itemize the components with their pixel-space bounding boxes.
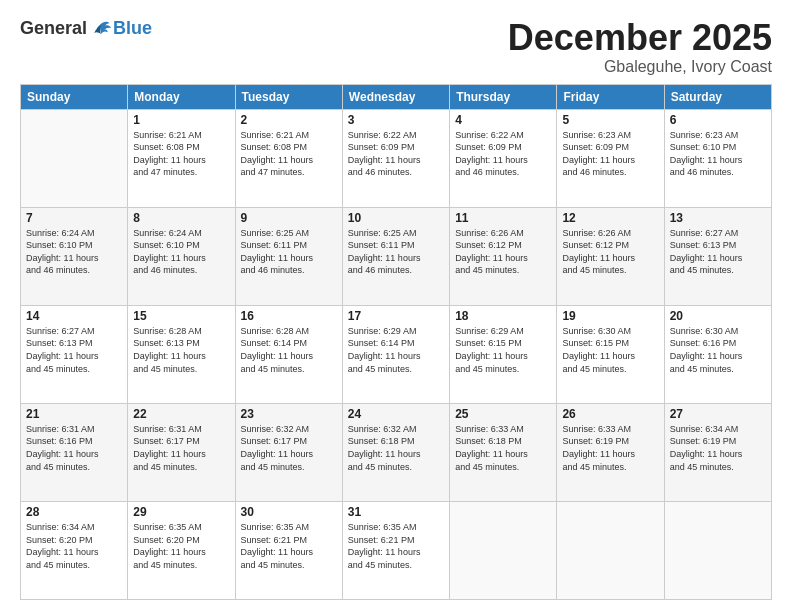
day-number: 22 (133, 407, 229, 421)
table-row: 18Sunrise: 6:29 AM Sunset: 6:15 PM Dayli… (450, 305, 557, 403)
day-number: 2 (241, 113, 337, 127)
day-number: 20 (670, 309, 766, 323)
table-row: 29Sunrise: 6:35 AM Sunset: 6:20 PM Dayli… (128, 501, 235, 599)
logo-general: General (20, 18, 87, 39)
table-row (450, 501, 557, 599)
calendar-week-row: 1Sunrise: 6:21 AM Sunset: 6:08 PM Daylig… (21, 109, 772, 207)
table-row: 10Sunrise: 6:25 AM Sunset: 6:11 PM Dayli… (342, 207, 449, 305)
page: General Blue December 2025 Gbaleguhe, Iv… (0, 0, 792, 612)
weekday-header-row: Sunday Monday Tuesday Wednesday Thursday… (21, 84, 772, 109)
day-number: 8 (133, 211, 229, 225)
day-number: 16 (241, 309, 337, 323)
day-number: 10 (348, 211, 444, 225)
table-row: 26Sunrise: 6:33 AM Sunset: 6:19 PM Dayli… (557, 403, 664, 501)
table-row: 17Sunrise: 6:29 AM Sunset: 6:14 PM Dayli… (342, 305, 449, 403)
day-info: Sunrise: 6:26 AM Sunset: 6:12 PM Dayligh… (562, 227, 658, 277)
table-row (557, 501, 664, 599)
day-number: 12 (562, 211, 658, 225)
col-tuesday: Tuesday (235, 84, 342, 109)
table-row: 8Sunrise: 6:24 AM Sunset: 6:10 PM Daylig… (128, 207, 235, 305)
day-info: Sunrise: 6:30 AM Sunset: 6:16 PM Dayligh… (670, 325, 766, 375)
table-row: 16Sunrise: 6:28 AM Sunset: 6:14 PM Dayli… (235, 305, 342, 403)
col-saturday: Saturday (664, 84, 771, 109)
day-info: Sunrise: 6:25 AM Sunset: 6:11 PM Dayligh… (241, 227, 337, 277)
day-info: Sunrise: 6:22 AM Sunset: 6:09 PM Dayligh… (455, 129, 551, 179)
day-number: 25 (455, 407, 551, 421)
day-number: 4 (455, 113, 551, 127)
col-monday: Monday (128, 84, 235, 109)
day-info: Sunrise: 6:33 AM Sunset: 6:19 PM Dayligh… (562, 423, 658, 473)
day-info: Sunrise: 6:28 AM Sunset: 6:14 PM Dayligh… (241, 325, 337, 375)
table-row: 6Sunrise: 6:23 AM Sunset: 6:10 PM Daylig… (664, 109, 771, 207)
table-row: 2Sunrise: 6:21 AM Sunset: 6:08 PM Daylig… (235, 109, 342, 207)
day-number: 5 (562, 113, 658, 127)
calendar-week-row: 14Sunrise: 6:27 AM Sunset: 6:13 PM Dayli… (21, 305, 772, 403)
day-info: Sunrise: 6:24 AM Sunset: 6:10 PM Dayligh… (133, 227, 229, 277)
day-number: 17 (348, 309, 444, 323)
day-info: Sunrise: 6:35 AM Sunset: 6:20 PM Dayligh… (133, 521, 229, 571)
month-title: December 2025 (508, 18, 772, 58)
table-row: 31Sunrise: 6:35 AM Sunset: 6:21 PM Dayli… (342, 501, 449, 599)
day-number: 26 (562, 407, 658, 421)
day-number: 19 (562, 309, 658, 323)
day-number: 28 (26, 505, 122, 519)
day-info: Sunrise: 6:32 AM Sunset: 6:18 PM Dayligh… (348, 423, 444, 473)
day-info: Sunrise: 6:22 AM Sunset: 6:09 PM Dayligh… (348, 129, 444, 179)
calendar-week-row: 28Sunrise: 6:34 AM Sunset: 6:20 PM Dayli… (21, 501, 772, 599)
day-info: Sunrise: 6:26 AM Sunset: 6:12 PM Dayligh… (455, 227, 551, 277)
day-number: 9 (241, 211, 337, 225)
day-info: Sunrise: 6:25 AM Sunset: 6:11 PM Dayligh… (348, 227, 444, 277)
day-number: 18 (455, 309, 551, 323)
table-row: 14Sunrise: 6:27 AM Sunset: 6:13 PM Dayli… (21, 305, 128, 403)
day-number: 27 (670, 407, 766, 421)
table-row: 30Sunrise: 6:35 AM Sunset: 6:21 PM Dayli… (235, 501, 342, 599)
day-number: 6 (670, 113, 766, 127)
day-info: Sunrise: 6:27 AM Sunset: 6:13 PM Dayligh… (26, 325, 122, 375)
table-row: 20Sunrise: 6:30 AM Sunset: 6:16 PM Dayli… (664, 305, 771, 403)
day-info: Sunrise: 6:29 AM Sunset: 6:15 PM Dayligh… (455, 325, 551, 375)
calendar: Sunday Monday Tuesday Wednesday Thursday… (20, 84, 772, 600)
col-friday: Friday (557, 84, 664, 109)
table-row: 3Sunrise: 6:22 AM Sunset: 6:09 PM Daylig… (342, 109, 449, 207)
calendar-week-row: 21Sunrise: 6:31 AM Sunset: 6:16 PM Dayli… (21, 403, 772, 501)
day-info: Sunrise: 6:35 AM Sunset: 6:21 PM Dayligh… (348, 521, 444, 571)
day-number: 14 (26, 309, 122, 323)
day-number: 1 (133, 113, 229, 127)
table-row: 13Sunrise: 6:27 AM Sunset: 6:13 PM Dayli… (664, 207, 771, 305)
day-number: 21 (26, 407, 122, 421)
day-info: Sunrise: 6:28 AM Sunset: 6:13 PM Dayligh… (133, 325, 229, 375)
table-row: 28Sunrise: 6:34 AM Sunset: 6:20 PM Dayli… (21, 501, 128, 599)
day-info: Sunrise: 6:30 AM Sunset: 6:15 PM Dayligh… (562, 325, 658, 375)
day-number: 15 (133, 309, 229, 323)
day-info: Sunrise: 6:31 AM Sunset: 6:16 PM Dayligh… (26, 423, 122, 473)
table-row: 23Sunrise: 6:32 AM Sunset: 6:17 PM Dayli… (235, 403, 342, 501)
table-row: 4Sunrise: 6:22 AM Sunset: 6:09 PM Daylig… (450, 109, 557, 207)
day-info: Sunrise: 6:33 AM Sunset: 6:18 PM Dayligh… (455, 423, 551, 473)
day-info: Sunrise: 6:34 AM Sunset: 6:20 PM Dayligh… (26, 521, 122, 571)
day-info: Sunrise: 6:23 AM Sunset: 6:10 PM Dayligh… (670, 129, 766, 179)
table-row: 22Sunrise: 6:31 AM Sunset: 6:17 PM Dayli… (128, 403, 235, 501)
table-row: 15Sunrise: 6:28 AM Sunset: 6:13 PM Dayli… (128, 305, 235, 403)
logo-bird-icon (91, 19, 111, 39)
logo: General Blue (20, 18, 152, 39)
col-sunday: Sunday (21, 84, 128, 109)
table-row: 19Sunrise: 6:30 AM Sunset: 6:15 PM Dayli… (557, 305, 664, 403)
day-number: 3 (348, 113, 444, 127)
day-info: Sunrise: 6:29 AM Sunset: 6:14 PM Dayligh… (348, 325, 444, 375)
day-info: Sunrise: 6:35 AM Sunset: 6:21 PM Dayligh… (241, 521, 337, 571)
calendar-week-row: 7Sunrise: 6:24 AM Sunset: 6:10 PM Daylig… (21, 207, 772, 305)
location-subtitle: Gbaleguhe, Ivory Coast (508, 58, 772, 76)
day-number: 23 (241, 407, 337, 421)
table-row: 27Sunrise: 6:34 AM Sunset: 6:19 PM Dayli… (664, 403, 771, 501)
title-block: December 2025 Gbaleguhe, Ivory Coast (508, 18, 772, 76)
day-info: Sunrise: 6:21 AM Sunset: 6:08 PM Dayligh… (133, 129, 229, 179)
day-number: 30 (241, 505, 337, 519)
table-row: 1Sunrise: 6:21 AM Sunset: 6:08 PM Daylig… (128, 109, 235, 207)
day-info: Sunrise: 6:34 AM Sunset: 6:19 PM Dayligh… (670, 423, 766, 473)
table-row: 24Sunrise: 6:32 AM Sunset: 6:18 PM Dayli… (342, 403, 449, 501)
col-wednesday: Wednesday (342, 84, 449, 109)
table-row: 11Sunrise: 6:26 AM Sunset: 6:12 PM Dayli… (450, 207, 557, 305)
day-number: 13 (670, 211, 766, 225)
col-thursday: Thursday (450, 84, 557, 109)
day-info: Sunrise: 6:32 AM Sunset: 6:17 PM Dayligh… (241, 423, 337, 473)
